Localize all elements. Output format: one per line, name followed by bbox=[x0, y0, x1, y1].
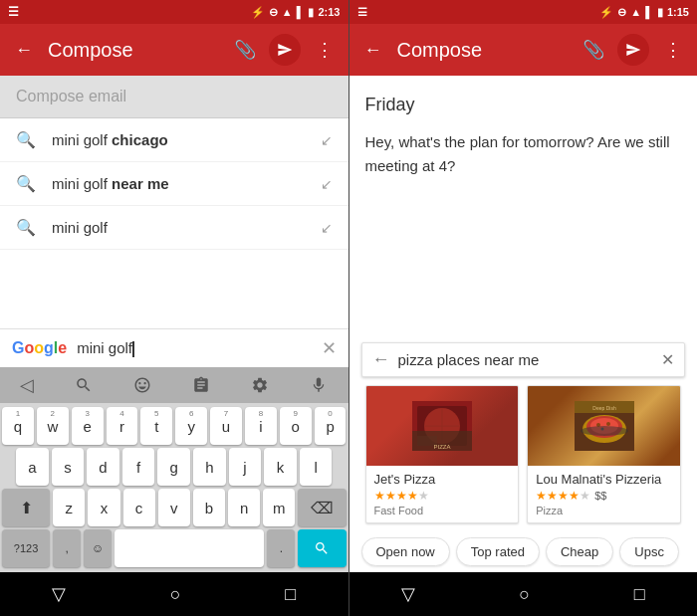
filter-chips-row: Open now Top rated Cheap Upsc bbox=[349, 531, 698, 572]
left-nav-recents[interactable]: □ bbox=[285, 584, 296, 605]
key-w[interactable]: 2w bbox=[37, 407, 69, 445]
left-more-button[interactable]: ⋮ bbox=[309, 34, 341, 66]
battery-icon: ▮ bbox=[308, 6, 314, 19]
key-y[interactable]: 6y bbox=[175, 407, 207, 445]
right-android-icon: ☰ bbox=[357, 6, 367, 19]
search-back-button[interactable]: ← bbox=[372, 349, 390, 370]
keyboard-emoji-button[interactable] bbox=[133, 376, 151, 394]
key-comma[interactable]: , bbox=[53, 529, 81, 567]
key-space[interactable] bbox=[115, 529, 264, 567]
key-num[interactable]: ?123 bbox=[2, 529, 50, 567]
key-p[interactable]: 0p bbox=[315, 407, 347, 445]
right-status-right: ⚡ ⊖ ▲ ▌ ▮ 1:15 bbox=[599, 6, 689, 19]
left-toolbar-title: Compose bbox=[48, 39, 221, 62]
left-phone-panel: ☰ ⚡ ⊖ ▲ ▌ ▮ 2:13 ← Compose 📎 ⋮ Compose e… bbox=[0, 0, 348, 616]
key-z[interactable]: z bbox=[53, 489, 85, 526]
lou-card-info: Lou Malnati's Pizzeria ★★★★★ $$ Pizza bbox=[528, 466, 680, 522]
keyboard-search-toggle[interactable] bbox=[75, 376, 93, 394]
suggestion-arrow-2: ↙ bbox=[321, 176, 333, 192]
suggestion-text-3: mini golf bbox=[52, 219, 321, 236]
right-status-bar: ☰ ⚡ ⊖ ▲ ▌ ▮ 1:15 bbox=[349, 0, 698, 24]
right-wifi-icon: ▲ bbox=[630, 6, 641, 18]
chip-upscale[interactable]: Upsc bbox=[619, 537, 679, 566]
chip-top-rated[interactable]: Top rated bbox=[456, 537, 540, 566]
svg-text:Deep Dish: Deep Dish bbox=[592, 405, 616, 411]
key-g[interactable]: g bbox=[157, 448, 190, 486]
left-back-button[interactable]: ← bbox=[8, 34, 40, 66]
key-o[interactable]: 9o bbox=[280, 407, 312, 445]
right-send-button[interactable] bbox=[617, 34, 649, 66]
search-close-button[interactable]: ✕ bbox=[661, 350, 674, 369]
google-logo: Google bbox=[12, 339, 67, 357]
suggestion-item-2[interactable]: 🔍 mini golf near me ↙ bbox=[0, 162, 348, 206]
key-x[interactable]: x bbox=[88, 489, 119, 526]
left-attachment-button[interactable]: 📎 bbox=[229, 34, 261, 66]
suggestion-item-1[interactable]: 🔍 mini golf chicago ↙ bbox=[0, 118, 348, 162]
search-bar-text: pizza places near me bbox=[398, 351, 662, 368]
pizza-cards-container: PIZZA Jet's Pizza ★★★★★ Fast Food bbox=[361, 385, 686, 523]
key-h[interactable]: h bbox=[193, 448, 226, 486]
keyboard-collapse-button[interactable]: ◁ bbox=[20, 374, 34, 396]
key-period[interactable]: . bbox=[267, 529, 295, 567]
key-a[interactable]: a bbox=[16, 448, 49, 486]
key-u[interactable]: 7u bbox=[210, 407, 242, 445]
left-send-button[interactable] bbox=[269, 34, 301, 66]
email-body-text[interactable]: Hey, what's the plan for tomorrow? Are w… bbox=[365, 130, 682, 178]
key-delete[interactable]: ⌫ bbox=[298, 489, 346, 526]
key-q[interactable]: 1q bbox=[2, 407, 34, 445]
clear-search-button[interactable]: ✕ bbox=[322, 337, 337, 359]
right-nav-home[interactable]: ○ bbox=[519, 584, 530, 605]
left-toolbar: ← Compose 📎 ⋮ bbox=[0, 24, 348, 76]
right-nav-back[interactable]: ▽ bbox=[401, 583, 415, 605]
right-battery-icon: ▮ bbox=[657, 6, 663, 19]
keyboard-row-4: ?123 , ☺ . bbox=[2, 529, 347, 567]
left-nav-home[interactable]: ○ bbox=[170, 584, 181, 605]
key-b[interactable]: b bbox=[193, 489, 225, 526]
keyboard-settings-button[interactable] bbox=[251, 376, 269, 394]
keyboard-clipboard-button[interactable] bbox=[192, 376, 210, 394]
key-e[interactable]: 3e bbox=[72, 407, 104, 445]
suggestion-bold-1: chicago bbox=[112, 131, 168, 148]
jets-card-info: Jet's Pizza ★★★★★ Fast Food bbox=[366, 466, 519, 522]
android-icon: ☰ bbox=[8, 5, 19, 19]
search-icon-3: 🔍 bbox=[16, 218, 36, 237]
svg-text:PIZZA: PIZZA bbox=[433, 444, 450, 450]
key-l[interactable]: l bbox=[300, 448, 333, 486]
key-j[interactable]: j bbox=[229, 448, 262, 486]
key-n[interactable]: n bbox=[228, 489, 260, 526]
key-i[interactable]: 8i bbox=[245, 407, 277, 445]
lou-card-name: Lou Malnati's Pizzeria bbox=[536, 472, 672, 487]
in-email-search-bar[interactable]: ← pizza places near me ✕ bbox=[361, 342, 686, 377]
key-t[interactable]: 5t bbox=[140, 407, 172, 445]
key-d[interactable]: d bbox=[87, 448, 119, 486]
svg-point-15 bbox=[581, 426, 628, 436]
google-search-field[interactable]: mini golf bbox=[77, 339, 321, 357]
key-f[interactable]: f bbox=[122, 448, 155, 486]
right-signal-icon: ▌ bbox=[645, 6, 653, 18]
right-nav-recents[interactable]: □ bbox=[634, 584, 645, 605]
wifi-icon: ▲ bbox=[282, 6, 293, 18]
right-more-button[interactable]: ⋮ bbox=[657, 34, 689, 66]
key-shift[interactable]: ⬆ bbox=[2, 489, 50, 526]
right-back-button[interactable]: ← bbox=[357, 34, 389, 66]
key-emoji[interactable]: ☺ bbox=[84, 529, 112, 567]
key-r[interactable]: 4r bbox=[107, 407, 138, 445]
keyboard-voice-button[interactable] bbox=[310, 376, 328, 394]
minus-icon: ⊖ bbox=[269, 6, 278, 19]
key-search-action[interactable] bbox=[298, 529, 346, 567]
chip-open-now[interactable]: Open now bbox=[361, 537, 450, 566]
key-k[interactable]: k bbox=[264, 448, 297, 486]
suggestion-item-3[interactable]: 🔍 mini golf ↙ bbox=[0, 206, 348, 250]
key-c[interactable]: c bbox=[123, 489, 155, 526]
key-m[interactable]: m bbox=[263, 489, 295, 526]
email-subject: Friday bbox=[365, 92, 682, 118]
chip-cheap[interactable]: Cheap bbox=[546, 537, 613, 566]
left-nav-back[interactable]: ▽ bbox=[52, 583, 66, 605]
jets-pizza-card[interactable]: PIZZA Jet's Pizza ★★★★★ Fast Food bbox=[365, 385, 520, 523]
right-attachment-button[interactable]: 📎 bbox=[578, 34, 609, 66]
keyboard: ◁ 1q 2w 3e 4r 5t bbox=[0, 367, 348, 572]
keyboard-rows: 1q 2w 3e 4r 5t 6y 7u 8i 9o 0p a s d f g … bbox=[0, 403, 348, 572]
key-v[interactable]: v bbox=[158, 489, 190, 526]
key-s[interactable]: s bbox=[52, 448, 85, 486]
lou-pizza-card[interactable]: Deep Dish Lou Malnati's Pizzeria ★★★★★ $… bbox=[527, 385, 681, 523]
